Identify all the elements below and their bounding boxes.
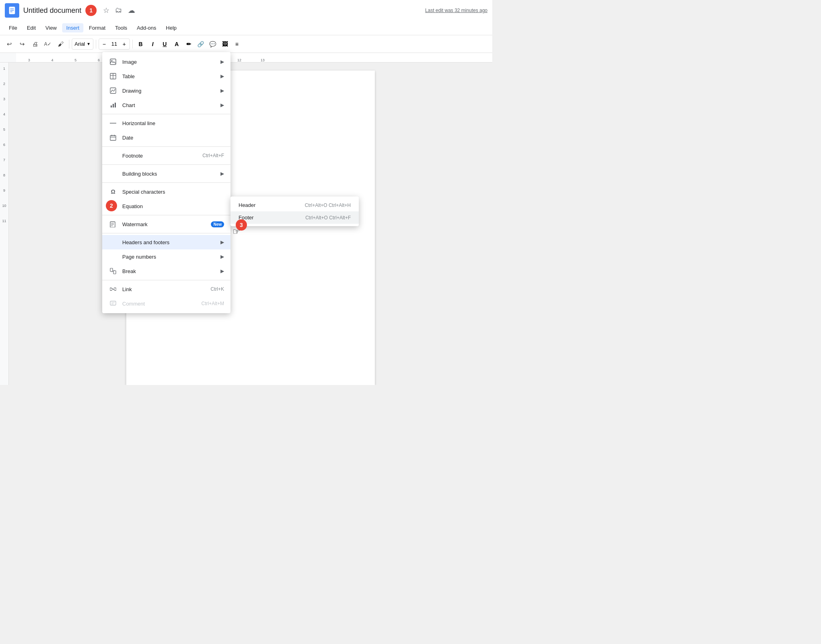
menu-item-page-numbers[interactable]: Page numbers ▶ (102, 249, 231, 264)
image-menu-icon (109, 57, 117, 66)
menu-edit[interactable]: Edit (23, 23, 40, 32)
menu-item-chart[interactable]: Chart ▶ (102, 98, 231, 112)
menu-insert[interactable]: Insert (62, 23, 83, 32)
special-chars-icon: Ω (109, 187, 117, 196)
link-label: Link (122, 286, 207, 292)
font-size-minus[interactable]: − (100, 40, 109, 49)
align-button[interactable]: ≡ (231, 38, 243, 50)
submenu-footer[interactable]: Footer Ctrl+Alt+O Ctrl+Alt+F (231, 211, 359, 224)
menu-item-watermark[interactable]: Watermark New (102, 217, 231, 231)
left-ruler-9: 9 (3, 188, 5, 192)
submenu-header[interactable]: Header Ctrl+Alt+O Ctrl+Alt+H (231, 199, 359, 211)
svg-rect-23 (113, 271, 116, 274)
break-arrow: ▶ (220, 268, 224, 274)
headers-footers-icon (109, 238, 117, 247)
menu-item-building-blocks[interactable]: Building blocks ▶ (102, 166, 231, 181)
menu-item-footnote[interactable]: Footnote Ctrl+Alt+F (102, 148, 231, 163)
menu-item-hline[interactable]: Horizontal line (102, 116, 231, 130)
building-blocks-icon (109, 169, 117, 178)
comment-button[interactable]: 💬 (207, 38, 218, 50)
bold-button[interactable]: B (135, 38, 146, 50)
menu-item-special-chars[interactable]: Ω Special characters (102, 184, 231, 199)
drawing-menu-icon (109, 86, 117, 95)
building-blocks-label: Building blocks (122, 171, 217, 177)
menu-view[interactable]: View (41, 23, 61, 32)
left-ruler-1: 1 (3, 67, 5, 71)
toolbar-separator-3 (132, 40, 133, 49)
menu-item-link[interactable]: Link Ctrl+K (102, 282, 231, 296)
new-badge: New (211, 221, 224, 227)
svg-rect-10 (111, 105, 112, 107)
header-shortcut: Ctrl+Alt+O Ctrl+Alt+H (305, 203, 351, 208)
menu-format[interactable]: Format (85, 23, 109, 32)
paint-format-button[interactable]: 🖌 (55, 38, 67, 50)
cursor: ☞ (233, 227, 241, 237)
menu-item-headers-footers[interactable]: Headers and footers ▶ (102, 235, 231, 249)
image-button[interactable]: 🖼 (219, 38, 231, 50)
menu-item-date[interactable]: Date (102, 130, 231, 145)
spellcheck-button[interactable]: A✓ (42, 38, 54, 50)
font-size-plus[interactable]: + (120, 40, 129, 49)
divider-4 (102, 182, 231, 183)
image-label: Image (122, 59, 217, 65)
divider-1 (102, 114, 231, 114)
last-edit: Last edit was 32 minutes ago (425, 8, 487, 13)
app-icon[interactable] (5, 3, 19, 18)
redo-button[interactable]: ↪ (16, 38, 28, 50)
menu-item-table[interactable]: Table ▶ (102, 69, 231, 83)
menu-help[interactable]: Help (162, 23, 181, 32)
underline-button[interactable]: U (159, 38, 170, 50)
left-ruler-8: 8 (3, 173, 5, 177)
toolbar-separator-1 (69, 40, 69, 49)
title-bar: Untitled document 1 ☆ 🗂 ☁ Last edit was … (0, 0, 492, 21)
highlight-button[interactable]: ✏ (183, 38, 194, 50)
undo-button[interactable]: ↩ (3, 38, 15, 50)
page-numbers-icon (109, 252, 117, 261)
comment-label: Comment (122, 301, 198, 307)
italic-button[interactable]: I (147, 38, 158, 50)
svg-rect-13 (110, 123, 116, 124)
table-arrow: ▶ (220, 73, 224, 79)
hline-menu-icon (109, 119, 117, 128)
menu-file[interactable]: File (5, 23, 21, 32)
divider-5 (102, 215, 231, 215)
headers-footers-submenu: Header Ctrl+Alt+O Ctrl+Alt+H Footer Ctrl… (231, 196, 359, 226)
print-button[interactable]: 🖨 (29, 38, 41, 50)
svg-line-24 (111, 270, 115, 272)
footnote-label: Footnote (122, 153, 199, 159)
headers-footers-arrow: ▶ (220, 239, 224, 245)
watermark-label: Watermark (122, 221, 208, 227)
menu-item-image[interactable]: Image ▶ (102, 55, 231, 69)
chart-menu-icon (109, 101, 117, 109)
footnote-menu-icon (109, 151, 117, 160)
drawing-arrow: ▶ (220, 88, 224, 93)
font-selector[interactable]: Arial ▼ (72, 38, 93, 50)
menu-tools[interactable]: Tools (111, 23, 131, 32)
svg-rect-3 (10, 12, 12, 12)
menu-item-break[interactable]: Break ▶ (102, 264, 231, 278)
font-size-value: 11 (109, 41, 119, 47)
left-ruler-7: 7 (3, 158, 5, 162)
menu-bar: File Edit View Insert Format Tools Add-o… (0, 21, 492, 35)
footer-label: Footer (239, 215, 305, 221)
menu-item-drawing[interactable]: Drawing ▶ (102, 83, 231, 98)
hline-label: Horizontal line (122, 120, 224, 126)
insert-menu: Image ▶ Table ▶ Drawing ▶ Chart ▶ Horizo… (102, 52, 231, 313)
menu-addons[interactable]: Add-ons (133, 23, 160, 32)
menu-item-equation[interactable]: π² Equation (102, 199, 231, 213)
break-icon (109, 267, 117, 275)
ruler-mark-12: 12 (237, 58, 241, 62)
step-1-badge: 1 (85, 5, 97, 16)
menu-item-comment: Comment Ctrl+Alt+M (102, 296, 231, 311)
folder-icon[interactable]: 🗂 (115, 6, 122, 15)
link-button[interactable]: 🔗 (195, 38, 206, 50)
doc-title[interactable]: Untitled document (23, 6, 81, 15)
font-color-button[interactable]: A (171, 38, 182, 50)
ruler-mark-5: 5 (75, 58, 77, 62)
cloud-icon[interactable]: ☁ (128, 6, 135, 15)
footer-shortcut: Ctrl+Alt+O Ctrl+Alt+F (305, 215, 351, 221)
font-size-control: − 11 + (99, 38, 130, 50)
svg-rect-11 (113, 104, 114, 107)
svg-rect-22 (110, 268, 113, 271)
star-icon[interactable]: ☆ (103, 6, 109, 15)
